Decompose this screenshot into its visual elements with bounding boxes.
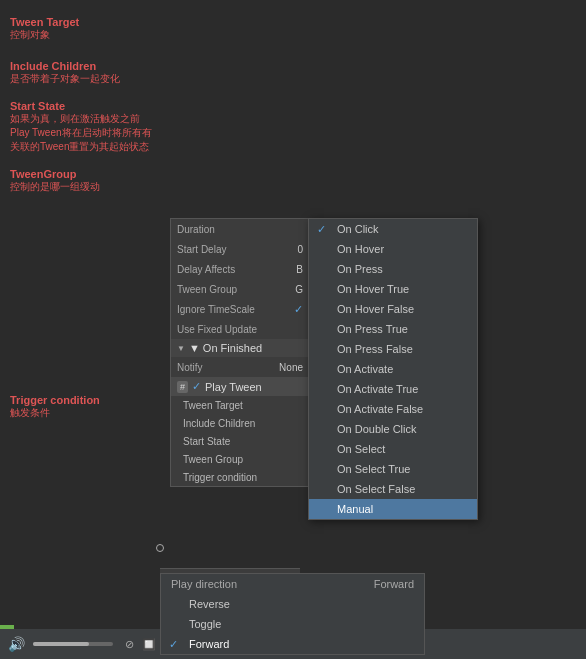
- inspector-row-usefixedupdate: Use Fixed Update: [171, 319, 309, 339]
- volume-icon[interactable]: 🔊: [8, 636, 25, 652]
- trigger-condition-marker: [156, 544, 164, 552]
- on-finished-section[interactable]: ▼ ▼ On Finished: [171, 339, 309, 357]
- dropdown-item-onselect[interactable]: On Select: [309, 439, 477, 459]
- label-delayaffects: Delay Affects: [177, 264, 235, 275]
- annotation-start-state: Start State 如果为真，则在激活触发之前 Play Tween将在启动…: [10, 100, 160, 154]
- dropdown-item-onpress[interactable]: On Press: [309, 259, 477, 279]
- play-direction-dropdown[interactable]: Play direction Forward Reverse Toggle ✓ …: [160, 573, 425, 655]
- label-notify: Notify: [177, 362, 203, 373]
- on-finished-label: ▼ On Finished: [189, 342, 262, 354]
- dropdown-item-onpressfalse[interactable]: On Press False: [309, 339, 477, 359]
- dropdown-label-onselectfalse: On Select False: [337, 483, 415, 495]
- dropdown-item-onactivatefalse[interactable]: On Activate False: [309, 399, 477, 419]
- trigger-dropdown-menu[interactable]: ✓ On Click On Hover On Press On Hover Tr…: [308, 218, 478, 520]
- dropdown-label-onactivatefalse: On Activate False: [337, 403, 423, 415]
- inspector-row-duration: Duration: [171, 219, 309, 239]
- play-direction-reverse-label: Reverse: [189, 598, 230, 610]
- annotation-title: Trigger condition: [10, 394, 160, 406]
- annotation-include-children: Include Children 是否带着子对象一起变化: [10, 60, 160, 86]
- annotation-desc: 控制的是哪一组缓动: [10, 180, 160, 194]
- play-direction-value: Forward: [374, 578, 414, 590]
- annotation-desc: 控制对象: [10, 28, 160, 42]
- subrow-tweentarget: Tween Target: [171, 396, 309, 414]
- expand-slash-icon: ⊘: [125, 638, 134, 651]
- expand-icon[interactable]: 🔲: [142, 638, 156, 651]
- annotation-trigger-condition: Trigger condition 触发条件: [10, 394, 160, 420]
- play-direction-forward-label: Forward: [189, 638, 229, 650]
- label-tweentarget: Tween Target: [183, 400, 243, 411]
- subrow-startstate: Start State: [171, 432, 309, 450]
- annotations-panel: Tween Target 控制对象 Include Children 是否带着子…: [0, 0, 170, 580]
- annotation-tween-target: Tween Target 控制对象: [10, 16, 160, 42]
- check-ignoretimescale: ✓: [294, 303, 303, 316]
- inspector-row-startdelay: Start Delay 0: [171, 239, 309, 259]
- dropdown-label-onhover: On Hover: [337, 243, 384, 255]
- label-startstate: Start State: [183, 436, 230, 447]
- annotation-desc: 如果为真，则在激活触发之前 Play Tween将在启动时将所有有关联的Twee…: [10, 112, 160, 154]
- dropdown-label-onactivatetrue: On Activate True: [337, 383, 418, 395]
- check-onclick: ✓: [317, 223, 326, 236]
- check-forward: ✓: [169, 638, 178, 651]
- dropdown-label-onselect: On Select: [337, 443, 385, 455]
- label-tweengroup2: Tween Group: [183, 454, 243, 465]
- inspector-row-notify: Notify None: [171, 357, 309, 377]
- label-startdelay: Start Delay: [177, 244, 226, 255]
- dropdown-item-onselecttrue[interactable]: On Select True: [309, 459, 477, 479]
- play-direction-forward[interactable]: ✓ Forward: [161, 634, 424, 654]
- dropdown-item-onselectfalse[interactable]: On Select False: [309, 479, 477, 499]
- dropdown-label-manual: Manual: [337, 503, 373, 515]
- label-ignoretimescale: Ignore TimeScale: [177, 304, 255, 315]
- annotation-title: Tween Target: [10, 16, 160, 28]
- dropdown-label-onselecttrue: On Select True: [337, 463, 410, 475]
- subrow-includechildren: Include Children: [171, 414, 309, 432]
- dropdown-item-onactivatetrue[interactable]: On Activate True: [309, 379, 477, 399]
- dropdown-label-onhovertrue: On Hover True: [337, 283, 409, 295]
- dropdown-label-ondoubleclick: On Double Click: [337, 423, 416, 435]
- inspector-row-tweengroup: Tween Group G: [171, 279, 309, 299]
- dropdown-item-onhoverfalse[interactable]: On Hover False: [309, 299, 477, 319]
- volume-fill: [33, 642, 89, 646]
- dropdown-label-onpresstrue: On Press True: [337, 323, 408, 335]
- dropdown-item-onhover[interactable]: On Hover: [309, 239, 477, 259]
- annotation-desc: 触发条件: [10, 406, 160, 420]
- inspector-row-ignoretimescale: Ignore TimeScale ✓: [171, 299, 309, 319]
- dropdown-item-onactivate[interactable]: On Activate: [309, 359, 477, 379]
- dropdown-item-onclick[interactable]: ✓ On Click: [309, 219, 477, 239]
- label-tweengroup: Tween Group: [177, 284, 237, 295]
- inspector-panel: Duration Start Delay 0 Delay Affects B T…: [170, 218, 310, 487]
- volume-slider[interactable]: [33, 642, 113, 646]
- label-duration: Duration: [177, 224, 215, 235]
- play-direction-toggle-label: Toggle: [189, 618, 221, 630]
- dropdown-item-onpresstrue[interactable]: On Press True: [309, 319, 477, 339]
- subrow-triggercondition: Trigger condition: [171, 468, 309, 486]
- value-notify: None: [279, 362, 303, 373]
- dropdown-item-onhovertrue[interactable]: On Hover True: [309, 279, 477, 299]
- play-direction-header: Play direction Forward: [161, 574, 424, 594]
- hash-badge: #: [177, 381, 188, 393]
- dropdown-item-manual[interactable]: Manual: [309, 499, 477, 519]
- dropdown-label-onclick: On Click: [337, 223, 379, 235]
- annotation-title: TweenGroup: [10, 168, 160, 180]
- dropdown-label-onpressfalse: On Press False: [337, 343, 413, 355]
- chevron-down-icon: ▼: [177, 344, 185, 353]
- label-usefixedupdate: Use Fixed Update: [177, 324, 257, 335]
- dropdown-label-onhoverfalse: On Hover False: [337, 303, 414, 315]
- value-tweengroup: G: [295, 284, 303, 295]
- dropdown-label-onpress: On Press: [337, 263, 383, 275]
- play-direction-toggle[interactable]: Toggle: [161, 614, 424, 634]
- value-startdelay: 0: [297, 244, 303, 255]
- play-tween-label: Play Tween: [205, 381, 262, 393]
- annotation-title: Start State: [10, 100, 160, 112]
- value-delayaffects: B: [296, 264, 303, 275]
- play-tween-row[interactable]: # ✓ Play Tween: [171, 377, 309, 396]
- dropdown-item-ondoubleclick[interactable]: On Double Click: [309, 419, 477, 439]
- subrow-tweengroup: Tween Group: [171, 450, 309, 468]
- inspector-row-delayaffects: Delay Affects B: [171, 259, 309, 279]
- label-includechildren: Include Children: [183, 418, 255, 429]
- dropdown-label-onactivate: On Activate: [337, 363, 393, 375]
- play-direction-label: Play direction: [171, 578, 237, 590]
- play-direction-reverse[interactable]: Reverse: [161, 594, 424, 614]
- annotation-tween-group: TweenGroup 控制的是哪一组缓动: [10, 168, 160, 194]
- label-triggercondition: Trigger condition: [183, 472, 257, 483]
- annotation-title: Include Children: [10, 60, 160, 72]
